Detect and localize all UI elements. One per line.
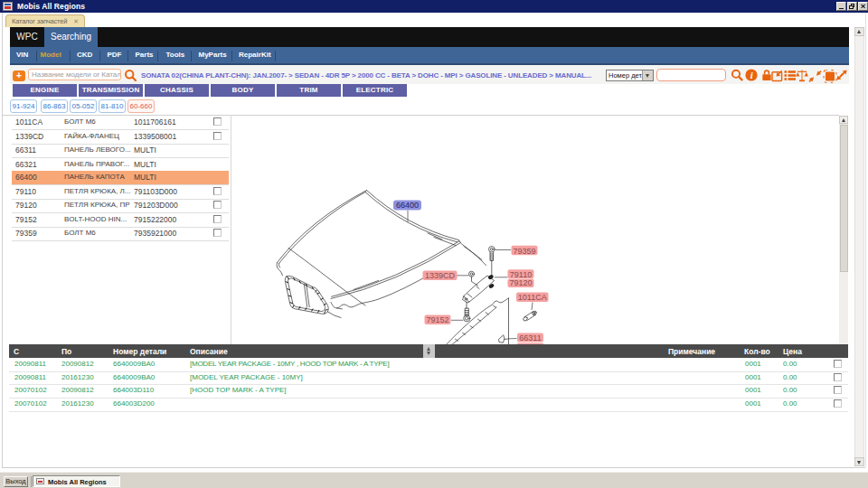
svg-text:79359: 79359 bbox=[513, 247, 535, 256]
svg-text:1011CA: 1011CA bbox=[518, 293, 547, 302]
svg-text:1339CD: 1339CD bbox=[425, 271, 456, 280]
svg-text:79110: 79110 bbox=[510, 270, 532, 279]
svg-text:i: i bbox=[750, 70, 753, 80]
svg-text:79152: 79152 bbox=[426, 315, 448, 324]
svg-text:66311: 66311 bbox=[519, 333, 541, 343]
svg-text:66400: 66400 bbox=[396, 201, 419, 210]
svg-text:79120: 79120 bbox=[509, 278, 532, 287]
